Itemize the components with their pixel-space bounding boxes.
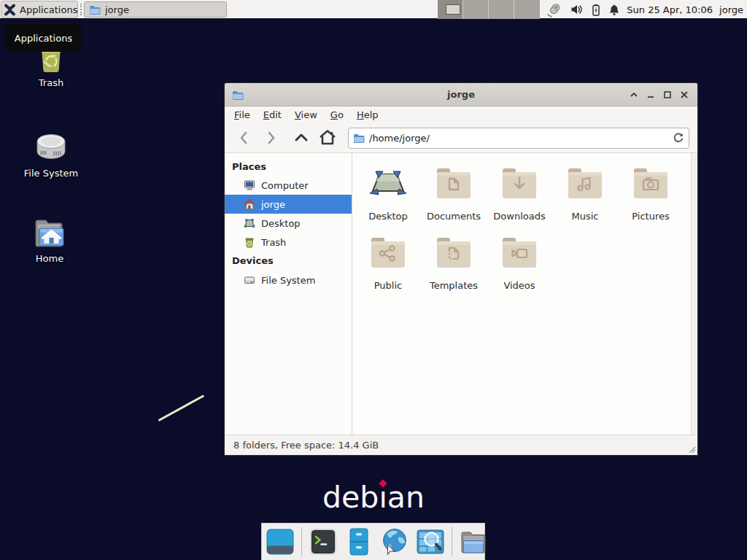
side-pane: Places Computer (225, 153, 352, 435)
computer-icon (244, 179, 255, 191)
desktop-icon-label: Home (15, 253, 85, 264)
sidebar-item-file-system[interactable]: File System (225, 271, 352, 289)
folder-item-downloads[interactable]: Downloads (487, 166, 552, 236)
desktop-icon-label: File System (16, 168, 86, 179)
location-bar[interactable] (348, 128, 689, 149)
forward-button[interactable] (259, 127, 282, 149)
applications-menu-button[interactable]: Applications (1, 1, 78, 18)
folder-item-music[interactable]: Music (552, 166, 618, 236)
maximize-button[interactable] (662, 89, 673, 101)
desktop-icon-home[interactable]: Home (15, 216, 85, 264)
resize-grip[interactable] (689, 446, 696, 454)
workspace-2[interactable] (463, 0, 489, 19)
window-content: Places Computer (225, 153, 697, 435)
applications-menu-label: Applications (20, 4, 77, 15)
path-input[interactable] (369, 133, 668, 144)
show-desktop-icon[interactable] (266, 527, 295, 556)
window-title: jorge (225, 89, 697, 100)
sidebar-item-desktop[interactable]: Desktop (225, 214, 352, 233)
trash-icon (244, 236, 255, 248)
desktop-icon-label: Trash (16, 77, 86, 88)
debian-logo-text: an (387, 480, 425, 515)
home-folder-icon (15, 216, 85, 249)
home-button[interactable] (316, 127, 339, 149)
menubar: File Edit View Go Help (225, 106, 697, 123)
folder-label: Public (355, 280, 421, 291)
debian-logo: debıan (301, 483, 446, 513)
sidebar-item-label: File System (261, 275, 315, 286)
desktop-icon-file-system[interactable]: File System (16, 130, 86, 179)
xfce-applications-icon (4, 4, 16, 16)
folder-window-icon[interactable] (459, 527, 488, 556)
application-finder-icon[interactable] (416, 527, 445, 556)
folder-icon (353, 132, 365, 144)
shade-button[interactable] (628, 89, 640, 101)
taskbar-window-button[interactable]: jorge (84, 1, 227, 18)
folder-item-pictures[interactable]: Pictures (618, 166, 684, 236)
up-button[interactable] (290, 127, 313, 149)
minimize-button[interactable] (645, 89, 657, 101)
vertical-scrollbar[interactable] (691, 153, 697, 435)
menu-edit[interactable]: Edit (263, 109, 282, 120)
terminal-icon[interactable] (309, 527, 338, 556)
folder-item-desktop[interactable]: Desktop (355, 166, 421, 236)
workspace-pager (438, 0, 541, 19)
sidebar-item-jorge[interactable]: jorge (225, 195, 352, 214)
sidebar-item-label: Computer (261, 180, 309, 191)
desktop-special-icon (355, 166, 421, 201)
workspace-4[interactable] (514, 0, 540, 19)
workspace-1[interactable] (438, 0, 463, 19)
folder-label: Downloads (487, 211, 552, 222)
folder-item-videos[interactable]: Videos (487, 236, 552, 305)
reload-icon[interactable] (673, 132, 684, 144)
folder-view: Desktop Documents (352, 153, 691, 435)
applications-tooltip: Applications (5, 24, 82, 52)
folder-label: Videos (487, 280, 552, 291)
templates-folder-icon (421, 236, 487, 271)
titlebar[interactable]: jorge (225, 83, 697, 106)
debian-logo-i: ı (379, 480, 387, 515)
volume-icon[interactable] (570, 4, 584, 15)
menu-view[interactable]: View (295, 109, 317, 120)
sidebar-item-label: Desktop (261, 218, 301, 229)
devices-header: Devices (225, 252, 352, 271)
taskbar-window-label: jorge (105, 4, 129, 15)
menu-file[interactable]: File (234, 109, 250, 120)
bottom-dock (261, 523, 485, 560)
web-browser-globe-icon[interactable] (380, 527, 409, 556)
battery-icon[interactable] (590, 4, 602, 16)
folder-label: Music (552, 211, 618, 222)
folder-item-documents[interactable]: Documents (421, 166, 487, 236)
menu-help[interactable]: Help (357, 109, 379, 120)
statusbar: 8 folders, Free space: 14.4 GiB (225, 435, 697, 455)
menu-go[interactable]: Go (330, 109, 344, 120)
folder-item-public[interactable]: Public (355, 236, 421, 305)
toolbar (225, 123, 697, 153)
session-user-label[interactable]: jorge (719, 4, 743, 15)
file-cabinet-icon[interactable] (344, 527, 374, 556)
top-panel: Applications jorge (0, 0, 747, 19)
close-button[interactable] (678, 89, 690, 101)
folder-item-templates[interactable]: Templates (421, 236, 487, 305)
system-tray: Sun 25 Apr, 10:06 jorge (545, 0, 743, 19)
workspace-3[interactable] (489, 0, 514, 19)
mouse-settings-icon[interactable] (545, 1, 564, 18)
notifications-bell-icon[interactable] (608, 4, 620, 16)
drive-icon (244, 274, 255, 286)
panel-separator-handle (80, 4, 82, 15)
back-button[interactable] (233, 127, 256, 149)
folder-label: Templates (421, 280, 487, 291)
sidebar-item-trash[interactable]: Trash (225, 233, 352, 252)
workspace-window-preview (446, 4, 460, 15)
downloads-folder-icon (487, 166, 552, 201)
pictures-folder-icon (618, 166, 684, 201)
sidebar-item-computer[interactable]: Computer (225, 176, 352, 195)
folder-label: Documents (421, 211, 487, 222)
desktop-icon (244, 217, 255, 229)
documents-folder-icon (421, 166, 487, 201)
file-manager-window: jorge File Edit View Go Help (224, 82, 698, 456)
clock[interactable]: Sun 25 Apr, 10:06 (627, 4, 713, 15)
public-folder-icon (355, 236, 421, 271)
sidebar-item-label: jorge (261, 199, 285, 210)
debian-logo-text: deb (322, 480, 379, 515)
